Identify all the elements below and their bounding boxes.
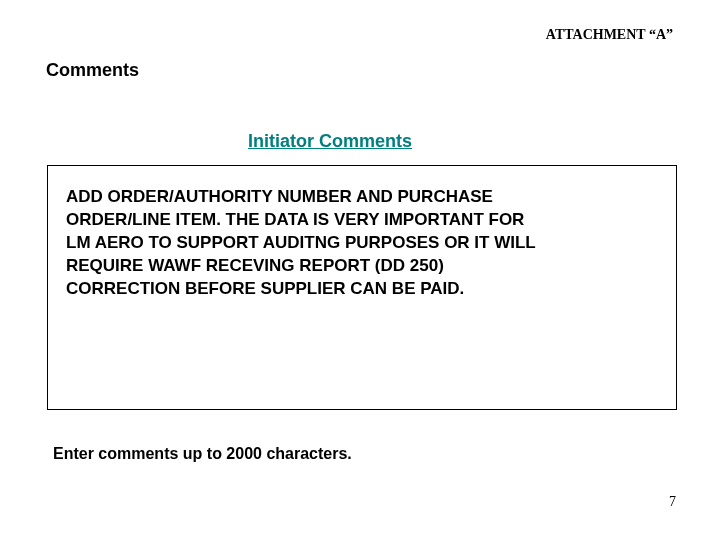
initiator-comments-title: Initiator Comments xyxy=(248,131,412,152)
comments-heading: Comments xyxy=(46,60,139,81)
comment-content: ADD ORDER/AUTHORITY NUMBER AND PURCHASE … xyxy=(66,186,546,301)
page-number: 7 xyxy=(669,494,676,510)
comments-textarea[interactable]: ADD ORDER/AUTHORITY NUMBER AND PURCHASE … xyxy=(47,165,677,410)
attachment-label: ATTACHMENT “A” xyxy=(546,27,673,43)
helper-text: Enter comments up to 2000 characters. xyxy=(53,445,352,463)
